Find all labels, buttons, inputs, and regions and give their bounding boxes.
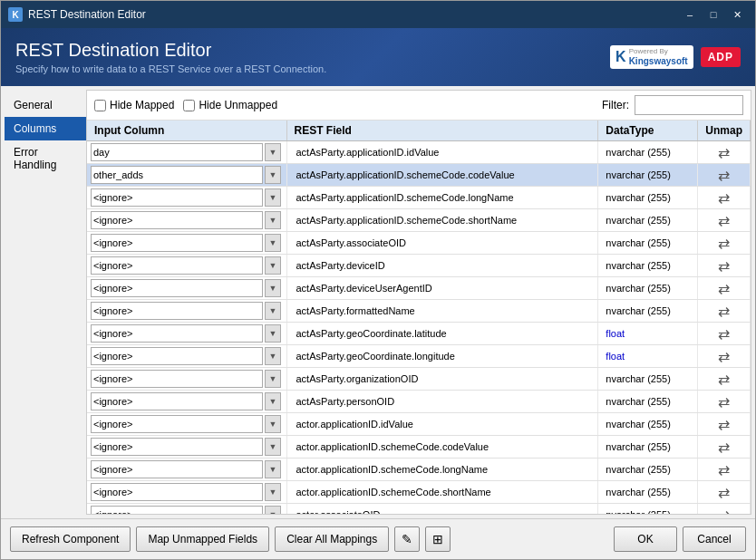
unmap-button[interactable]: ⇄: [712, 189, 737, 206]
dtype-cell: nvarchar (255): [598, 413, 698, 436]
dtype-text: nvarchar (255): [602, 215, 674, 226]
select-wrapper: <ignore>▼: [91, 415, 281, 433]
dropdown-arrow-icon: ▼: [265, 324, 281, 343]
select-wrapper: <ignore>▼: [91, 392, 281, 410]
bottom-bar: Refresh Component Map Unmapped Fields Cl…: [1, 518, 755, 559]
input-select[interactable]: other_adds: [91, 166, 263, 184]
unmap-button[interactable]: ⇄: [712, 484, 737, 500]
dtype-cell: nvarchar (255): [598, 391, 698, 413]
input-select[interactable]: <ignore>: [91, 347, 263, 365]
input-select[interactable]: <ignore>: [91, 370, 263, 388]
unmap-button[interactable]: ⇄: [712, 235, 737, 251]
hide-mapped-checkbox-label[interactable]: Hide Mapped: [94, 99, 174, 111]
icon-button-1[interactable]: ✎: [394, 526, 420, 552]
hide-mapped-label: Hide Mapped: [110, 99, 174, 111]
unmap-button[interactable]: ⇄: [712, 416, 737, 432]
unmap-button[interactable]: ⇄: [712, 439, 737, 455]
input-select[interactable]: <ignore>: [91, 438, 263, 456]
filter-input[interactable]: [635, 95, 743, 115]
cancel-button[interactable]: Cancel: [683, 526, 746, 552]
dropdown-arrow-icon: ▼: [265, 188, 281, 207]
icon-button-2[interactable]: ⊞: [425, 526, 451, 552]
hide-unmapped-checkbox[interactable]: [183, 100, 195, 111]
refresh-component-button[interactable]: Refresh Component: [10, 526, 131, 552]
dtype-text: nvarchar (255): [602, 305, 674, 316]
dtype-text: nvarchar (255): [602, 419, 674, 430]
input-select[interactable]: <ignore>: [91, 460, 263, 478]
unmap-button[interactable]: ⇄: [712, 507, 737, 514]
unmap-button[interactable]: ⇄: [712, 212, 737, 228]
filter-area: Filter:: [602, 95, 743, 115]
unmap-button[interactable]: ⇄: [712, 393, 737, 410]
unmap-button[interactable]: ⇄: [712, 325, 737, 342]
input-select[interactable]: <ignore>: [91, 324, 263, 343]
unmap-button[interactable]: ⇄: [712, 280, 737, 296]
input-select[interactable]: <ignore>: [91, 506, 263, 514]
unmap-button[interactable]: ⇄: [712, 144, 737, 160]
unmap-button[interactable]: ⇄: [712, 167, 737, 183]
nav-item-columns[interactable]: Columns: [5, 117, 86, 140]
ok-button[interactable]: OK: [614, 526, 677, 552]
input-select[interactable]: <ignore>: [91, 211, 263, 229]
rest-field-cell: actAsParty.applicationID.idValue: [286, 141, 598, 164]
unmap-button[interactable]: ⇄: [712, 257, 737, 274]
dtype-cell: nvarchar (255): [598, 141, 698, 164]
dropdown-arrow-icon: ▼: [265, 234, 281, 252]
input-select[interactable]: <ignore>: [91, 234, 263, 252]
unmap-icon: ⇄: [718, 393, 730, 410]
dtype-cell: nvarchar (255): [598, 232, 698, 255]
nav-item-general[interactable]: General: [5, 93, 86, 117]
dtype-cell: nvarchar (255): [598, 300, 698, 323]
close-button[interactable]: ✕: [726, 5, 748, 24]
rest-field-cell: actAsParty.deviceID: [286, 255, 598, 277]
ks-logo: K Powered By Kingswaysoft: [610, 45, 693, 69]
dtype-cell: nvarchar (255): [598, 277, 698, 300]
rest-field-cell: actAsParty.applicationID.schemeCode.long…: [286, 187, 598, 209]
maximize-button[interactable]: □: [703, 5, 724, 24]
unmap-button[interactable]: ⇄: [712, 461, 737, 478]
input-select[interactable]: day: [91, 143, 263, 161]
input-cell: <ignore>▼: [87, 391, 286, 413]
input-select[interactable]: <ignore>: [91, 256, 263, 275]
dtype-text: nvarchar (255): [602, 169, 674, 180]
title-bar-controls: – □ ✕: [679, 5, 748, 24]
input-cell: <ignore>▼: [87, 300, 286, 323]
rest-field-text: actor.applicationID.idValue: [291, 419, 419, 430]
input-cell: <ignore>▼: [87, 345, 286, 368]
table-row: <ignore>▼actor.applicationID.schemeCode.…: [87, 436, 751, 459]
input-select[interactable]: <ignore>: [91, 415, 263, 433]
table-row: <ignore>▼actAsParty.deviceUserAgentIDnva…: [87, 277, 751, 300]
input-cell: <ignore>▼: [87, 323, 286, 345]
input-select[interactable]: <ignore>: [91, 483, 263, 501]
unmap-button[interactable]: ⇄: [712, 348, 737, 364]
unmap-icon: ⇄: [718, 144, 730, 161]
dropdown-arrow-icon: ▼: [265, 279, 281, 297]
content: General Columns Error Handling Hide Mapp…: [1, 86, 755, 518]
input-select[interactable]: <ignore>: [91, 279, 263, 297]
dtype-cell: nvarchar (255): [598, 504, 698, 515]
unmap-button[interactable]: ⇄: [712, 303, 737, 319]
dropdown-arrow-icon: ▼: [265, 211, 281, 229]
input-select[interactable]: <ignore>: [91, 188, 263, 207]
map-unmapped-button[interactable]: Map Unmapped Fields: [136, 526, 269, 552]
unmap-icon: ⇄: [718, 212, 730, 229]
unmap-icon: ⇄: [718, 416, 730, 433]
table-row: <ignore>▼actAsParty.geoCoordinate.longit…: [87, 345, 751, 368]
nav-item-error-handling[interactable]: Error Handling: [5, 140, 86, 177]
input-select[interactable]: <ignore>: [91, 302, 263, 320]
hide-unmapped-checkbox-label[interactable]: Hide Unmapped: [183, 99, 277, 111]
header-left: REST Destination Editor Specify how to w…: [15, 40, 326, 74]
rest-field-text: actAsParty.geoCoordinate.longitude: [291, 351, 460, 362]
dropdown-arrow-icon: ▼: [265, 506, 281, 514]
header: REST Destination Editor Specify how to w…: [1, 28, 755, 86]
hide-mapped-checkbox[interactable]: [94, 100, 106, 111]
clear-all-button[interactable]: Clear All Mappings: [275, 526, 389, 552]
unmap-button[interactable]: ⇄: [712, 371, 737, 387]
dtype-cell: float: [598, 323, 698, 345]
unmap-icon: ⇄: [718, 303, 730, 320]
minimize-button[interactable]: –: [679, 5, 701, 24]
dtype-text: nvarchar (255): [602, 487, 674, 497]
ks-logo-k: K: [615, 49, 626, 65]
input-select[interactable]: <ignore>: [91, 392, 263, 410]
th-unmap: Unmap: [698, 121, 751, 141]
